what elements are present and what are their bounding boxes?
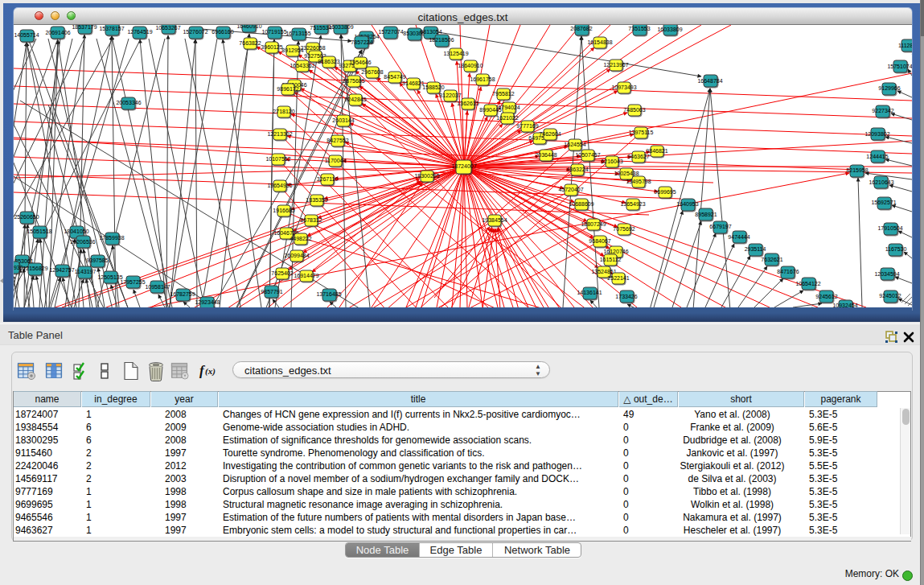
svg-text:9777169: 9777169: [516, 123, 538, 129]
svg-text:10973493: 10973493: [611, 84, 636, 90]
svg-text:9146821: 9146821: [402, 80, 424, 86]
svg-text:1362615: 1362615: [457, 101, 478, 106]
svg-text:6216043: 6216043: [601, 159, 622, 164]
svg-text:10653267: 10653267: [155, 25, 180, 31]
svg-text:16543362: 16543362: [290, 63, 314, 68]
svg-text:6966160: 6966160: [211, 29, 233, 35]
svg-text:3267110: 3267110: [317, 176, 339, 182]
svg-text:8813054: 8813054: [420, 29, 441, 35]
svg-text:9896172: 9896172: [277, 86, 298, 92]
svg-text:8427552: 8427552: [326, 138, 348, 143]
svg-text:2718120: 2718120: [273, 109, 294, 114]
svg-text:12213302: 12213302: [267, 131, 292, 137]
svg-text:14055714: 14055714: [14, 32, 39, 38]
svg-text:15751074: 15751074: [887, 64, 912, 69]
svg-text:12505135: 12505135: [97, 274, 122, 280]
svg-text:7663822: 7663822: [239, 40, 261, 46]
svg-text:15276072: 15276072: [183, 29, 207, 35]
svg-text:8215958: 8215958: [846, 167, 868, 173]
svg-text:13495798: 13495798: [626, 179, 651, 184]
svg-text:16033809: 16033809: [328, 25, 353, 30]
svg-text:1112890: 1112890: [898, 43, 912, 48]
svg-text:1954646: 1954646: [349, 60, 371, 65]
svg-text:9245012: 9245012: [879, 293, 901, 299]
svg-text:12093802: 12093802: [864, 131, 889, 137]
svg-text:23226058: 23226058: [300, 45, 325, 51]
svg-text:1624554: 1624554: [564, 142, 585, 147]
svg-text:45720407: 45720407: [558, 187, 583, 192]
svg-text:6679197: 6679197: [709, 224, 731, 229]
svg-text:14136141: 14136141: [577, 290, 602, 295]
svg-text:9846821: 9846821: [646, 148, 667, 154]
svg-text:8186323: 8186323: [318, 59, 339, 64]
svg-text:16961758: 16961758: [470, 76, 495, 82]
svg-text:17957255: 17957255: [120, 279, 145, 285]
svg-text:7485063: 7485063: [623, 107, 645, 113]
svg-text:13654923: 13654923: [620, 201, 645, 207]
svg-text:10654122: 10654122: [795, 281, 820, 286]
svg-text:9245612: 9245612: [815, 294, 837, 299]
svg-text:2935114: 2935114: [745, 246, 766, 252]
svg-text:7351553: 7351553: [628, 26, 650, 31]
svg-text:10507457: 10507457: [575, 152, 600, 158]
svg-text:16210643: 16210643: [869, 179, 893, 185]
svg-text:9397585: 9397585: [86, 257, 108, 263]
svg-text:2603144: 2603144: [332, 117, 354, 123]
svg-text:16914479: 16914479: [294, 273, 318, 278]
svg-text:16120746: 16120746: [603, 249, 628, 254]
svg-text:10688609: 10688609: [569, 201, 593, 207]
svg-text:7632621: 7632621: [761, 257, 782, 262]
svg-text:7625402: 7625402: [271, 270, 293, 276]
svg-text:9474444: 9474444: [728, 234, 749, 240]
svg-text:2522141: 2522141: [607, 275, 629, 281]
svg-text:1167530: 1167530: [885, 246, 907, 252]
svg-text:1615112: 1615112: [600, 257, 622, 262]
svg-text:20053346: 20053346: [116, 100, 141, 105]
svg-text:10958147: 10958147: [145, 284, 170, 290]
svg-text:15051518: 15051518: [27, 229, 51, 234]
svg-text:8471676: 8471676: [777, 269, 799, 274]
svg-text:4498222: 4498222: [290, 236, 311, 241]
svg-text:3875685: 3875685: [343, 78, 364, 84]
svg-text:12213967: 12213967: [603, 62, 628, 68]
svg-text:9463627: 9463627: [627, 154, 649, 159]
svg-text:18724007: 18724007: [451, 163, 476, 169]
svg-text:13125419: 13125419: [443, 51, 468, 56]
svg-text:10025438: 10025438: [614, 171, 639, 176]
svg-text:1835359: 1835359: [306, 197, 327, 203]
svg-text:16033809: 16033809: [657, 27, 682, 32]
svg-text:19384554: 19384554: [482, 217, 507, 223]
svg-text:12764519: 12764519: [127, 29, 152, 35]
svg-text:4863224: 4863224: [566, 167, 588, 172]
svg-text:6794024: 6794024: [498, 105, 519, 110]
svg-text:18807249: 18807249: [581, 221, 606, 227]
svg-text:16460910: 16460910: [236, 25, 261, 29]
svg-text:9857791: 9857791: [261, 289, 282, 295]
svg-text:15378157: 15378157: [99, 26, 124, 31]
svg-text:1244415: 1244415: [866, 154, 888, 159]
svg-text:10719155: 10719155: [261, 29, 286, 35]
svg-text:13975115: 13975115: [629, 130, 654, 135]
svg-text:12034594: 12034594: [874, 271, 899, 277]
svg-text:25260650: 25260650: [14, 214, 39, 220]
svg-text:15692571: 15692571: [871, 200, 896, 205]
svg-text:12156829: 12156829: [23, 266, 47, 271]
svg-text:18041050: 18041050: [64, 229, 88, 234]
svg-text:1170044: 1170044: [325, 158, 347, 163]
svg-text:1621022: 1621022: [496, 115, 518, 121]
svg-text:12942757: 12942757: [49, 267, 74, 273]
svg-text:18300295: 18300295: [414, 173, 439, 179]
svg-text:19654935: 19654935: [267, 183, 292, 188]
svg-text:18218506: 18218506: [429, 37, 454, 43]
svg-text:17910504: 17910504: [877, 225, 902, 231]
svg-text:18537179: 18537179: [72, 25, 97, 30]
svg-text:9242845: 9242845: [344, 97, 366, 102]
svg-text:18640910: 18640910: [458, 63, 483, 68]
svg-text:16782759: 16782759: [170, 291, 195, 297]
svg-text:16648784: 16648784: [697, 78, 722, 84]
svg-text:16713155: 16713155: [285, 31, 310, 36]
svg-text:10107552: 10107552: [265, 156, 290, 162]
svg-text:10932454: 10932454: [832, 303, 857, 307]
svg-text:8678312: 8678312: [300, 217, 322, 223]
svg-text:8122037: 8122037: [439, 93, 461, 98]
